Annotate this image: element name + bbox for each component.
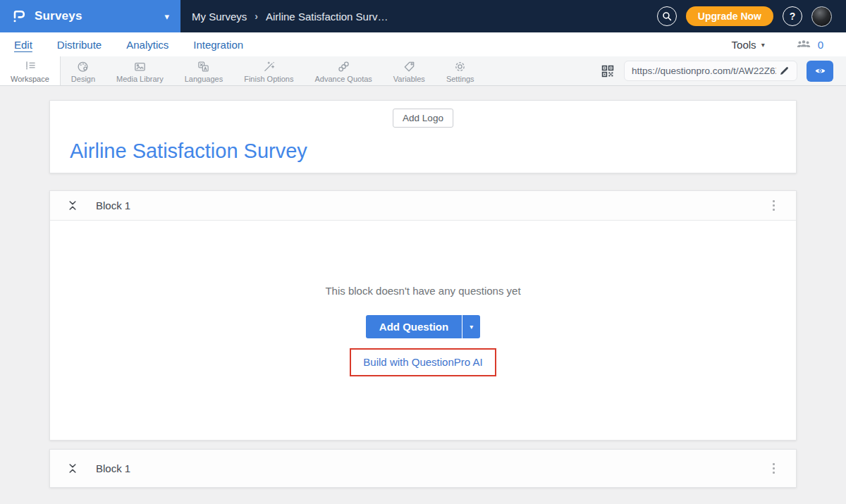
toolbar-item-design[interactable]: Design	[61, 56, 106, 85]
toolbar-item-settings[interactable]: Settings	[436, 56, 485, 85]
translate-icon	[197, 60, 210, 73]
tools-menu-button[interactable]: Tools ▾	[732, 39, 765, 51]
tab-bar-right: Tools ▾ 0	[732, 38, 832, 51]
collaborators-button[interactable]: 0	[796, 38, 823, 51]
toolbar-item-languages[interactable]: Languages	[174, 56, 233, 85]
gear-icon	[453, 60, 467, 73]
toolbar-item-label: Media Library	[116, 75, 164, 83]
breadcrumb-separator-icon: ›	[255, 11, 258, 22]
collaborators-count: 0	[818, 39, 823, 51]
toolbar-item-advance-quotas[interactable]: Advance Quotas	[304, 56, 382, 85]
survey-editor-canvas: Add Logo Airline Satisfaction Survey Blo…	[0, 86, 846, 488]
tag-icon	[403, 60, 416, 73]
add-logo-button[interactable]: Add Logo	[393, 109, 453, 128]
user-avatar[interactable]	[811, 6, 832, 27]
block-header: Block 1	[50, 450, 796, 487]
toolbar-item-label: Languages	[185, 75, 223, 83]
add-question-dropdown-button[interactable]: ▾	[462, 315, 480, 338]
top-bar-actions: Upgrade Now ?	[657, 6, 846, 27]
toolbar-item-workspace[interactable]: Workspace	[0, 56, 61, 85]
toolbar-item-finish-options[interactable]: Finish Options	[233, 56, 304, 85]
block-name[interactable]: Block 1	[96, 462, 130, 474]
questionpro-app: Surveys ▾ My Surveys › Airline Satisfact…	[0, 0, 846, 504]
edit-url-pencil-icon[interactable]	[779, 66, 790, 76]
toolbar-item-media-library[interactable]: Media Library	[106, 56, 174, 85]
product-name: Surveys	[35, 9, 82, 23]
toolbar-item-label: Advance Quotas	[314, 75, 372, 83]
toolbar-item-label: Variables	[393, 75, 425, 83]
share-controls	[601, 56, 846, 85]
eye-icon	[814, 64, 827, 78]
breadcrumb-my-surveys[interactable]: My Surveys	[192, 11, 247, 23]
search-icon	[661, 11, 673, 22]
chevron-down-icon: ▾	[470, 323, 473, 331]
tab-integration[interactable]: Integration	[193, 39, 243, 51]
tab-edit[interactable]: Edit	[14, 39, 32, 51]
tab-analytics[interactable]: Analytics	[126, 39, 168, 51]
block-header: Block 1	[50, 191, 796, 221]
block-menu-dots-icon[interactable]	[770, 460, 778, 477]
toolbar-item-variables[interactable]: Variables	[383, 56, 436, 85]
collapse-block-icon[interactable]	[68, 200, 77, 211]
toolbar-item-label: Finish Options	[244, 75, 293, 83]
block-menu-dots-icon[interactable]	[770, 197, 778, 214]
survey-url-field	[624, 61, 797, 81]
tools-label: Tools	[732, 39, 756, 51]
upgrade-now-button[interactable]: Upgrade Now	[686, 6, 773, 26]
block-name[interactable]: Block 1	[96, 199, 130, 211]
top-bar: Surveys ▾ My Surveys › Airline Satisfact…	[0, 0, 846, 32]
people-icon	[796, 38, 811, 51]
product-switcher[interactable]: Surveys ▾	[0, 0, 180, 32]
breadcrumb: My Surveys › Airline Satisfaction Surv…	[192, 11, 388, 23]
questionpro-logo-icon	[11, 8, 27, 24]
question-mark-icon: ?	[790, 11, 796, 22]
breadcrumb-survey-name[interactable]: Airline Satisfaction Surv…	[266, 11, 388, 23]
chain-icon	[337, 60, 350, 73]
annotation-highlight-box: Build with QuestionPro AI	[350, 348, 496, 376]
survey-header-card: Add Logo Airline Satisfaction Survey	[49, 100, 797, 173]
help-button[interactable]: ?	[783, 6, 802, 26]
qr-code-icon[interactable]	[601, 64, 615, 78]
editor-toolbar: Workspace Design	[0, 56, 846, 86]
section-tab-bar: Edit Distribute Analytics Integration To…	[0, 32, 846, 56]
add-question-split-button: Add Question ▾	[366, 315, 480, 338]
wand-icon	[262, 60, 276, 73]
empty-block-message: This block doesn't have any questions ye…	[325, 285, 520, 297]
block-body: This block doesn't have any questions ye…	[50, 221, 796, 440]
chevron-down-icon: ▾	[761, 41, 765, 49]
toolbar-item-label: Settings	[446, 75, 474, 83]
collapse-block-icon[interactable]	[68, 463, 77, 474]
tab-distribute[interactable]: Distribute	[57, 39, 102, 51]
survey-title[interactable]: Airline Satisfaction Survey	[70, 140, 307, 163]
block-card-1: Block 1 This block doesn't have any ques…	[49, 190, 797, 441]
toolbar-item-label: Workspace	[11, 75, 49, 83]
build-with-questionpro-ai-link[interactable]: Build with QuestionPro AI	[363, 356, 482, 368]
workspace-icon	[23, 60, 37, 73]
add-question-button[interactable]: Add Question	[366, 315, 462, 338]
chevron-down-icon[interactable]: ▾	[164, 11, 169, 22]
palette-icon	[76, 60, 90, 73]
toolbar-item-label: Design	[71, 75, 95, 83]
block-card-2: Block 1	[49, 449, 797, 488]
preview-survey-button[interactable]	[807, 61, 833, 82]
image-icon	[133, 60, 147, 73]
survey-url-input[interactable]	[632, 66, 776, 76]
search-button[interactable]	[657, 6, 677, 26]
